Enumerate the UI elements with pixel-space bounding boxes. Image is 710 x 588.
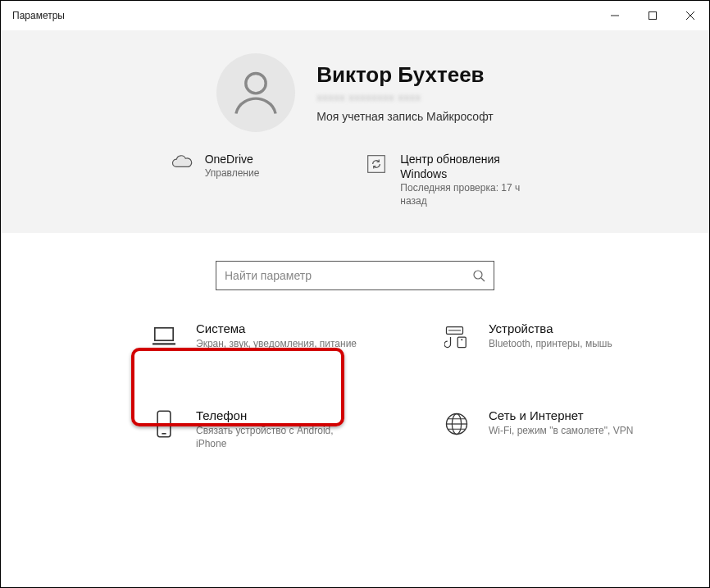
close-icon bbox=[686, 11, 694, 20]
categories: Система Экран, звук, уведомления, питани… bbox=[1, 305, 709, 458]
search-box[interactable] bbox=[216, 261, 494, 290]
maximize-icon bbox=[649, 11, 657, 20]
maximize-button[interactable] bbox=[634, 1, 671, 30]
category-system[interactable]: Система Экран, звук, уведомления, питани… bbox=[140, 313, 367, 359]
svg-rect-11 bbox=[457, 337, 466, 348]
laptop-icon bbox=[150, 323, 178, 351]
status-tiles: OneDrive Управление Центр обновления Win… bbox=[1, 152, 709, 208]
onedrive-title: OneDrive bbox=[205, 152, 260, 166]
search-icon bbox=[472, 269, 485, 282]
avatar bbox=[216, 53, 295, 132]
person-icon bbox=[228, 65, 284, 121]
svg-rect-5 bbox=[368, 156, 385, 173]
svg-point-4 bbox=[246, 73, 266, 93]
update-title: Центр обновления Windows bbox=[400, 152, 539, 181]
svg-point-12 bbox=[461, 339, 462, 340]
svg-rect-1 bbox=[649, 12, 657, 20]
category-network-desc: Wi-Fi, режим "в самолете", VPN bbox=[489, 424, 633, 437]
update-icon bbox=[366, 153, 389, 176]
titlebar: Параметры bbox=[1, 1, 709, 30]
category-network-title: Сеть и Интернет bbox=[489, 408, 633, 422]
user-text: Виктор Бухтеев xxxxx xxxxxxxx xxxx Моя у… bbox=[316, 62, 494, 123]
onedrive-tile[interactable]: OneDrive Управление bbox=[171, 152, 260, 208]
close-button[interactable] bbox=[671, 1, 709, 30]
category-devices-desc: Bluetooth, принтеры, мышь bbox=[489, 337, 612, 350]
devices-icon bbox=[443, 323, 471, 351]
category-devices[interactable]: Устройства Bluetooth, принтеры, мышь bbox=[433, 313, 660, 359]
category-network[interactable]: Сеть и Интернет Wi-Fi, режим "в самолете… bbox=[433, 400, 660, 458]
search-input[interactable] bbox=[225, 269, 472, 282]
category-devices-title: Устройства bbox=[489, 321, 612, 335]
svg-line-7 bbox=[481, 278, 485, 281]
svg-point-6 bbox=[474, 271, 482, 279]
minimize-icon bbox=[611, 11, 619, 20]
user-email: xxxxx xxxxxxxx xxxx bbox=[316, 91, 494, 103]
onedrive-sub: Управление bbox=[205, 167, 260, 180]
category-phone[interactable]: Телефон Связать устройство с Android, iP… bbox=[140, 400, 367, 458]
category-system-desc: Экран, звук, уведомления, питание bbox=[196, 337, 357, 350]
category-phone-desc: Связать устройство с Android, iPhone bbox=[196, 424, 357, 450]
user-block[interactable]: Виктор Бухтеев xxxxx xxxxxxxx xxxx Моя у… bbox=[1, 53, 709, 132]
user-account-link[interactable]: Моя учетная запись Майкрософт bbox=[316, 110, 494, 123]
cloud-icon bbox=[171, 153, 193, 176]
svg-rect-8 bbox=[155, 327, 173, 340]
user-name: Виктор Бухтеев bbox=[316, 62, 494, 88]
search-container bbox=[1, 233, 709, 305]
header-panel: Виктор Бухтеев xxxxx xxxxxxxx xxxx Моя у… bbox=[1, 30, 709, 233]
category-phone-title: Телефон bbox=[196, 408, 357, 422]
window-controls bbox=[596, 1, 709, 30]
category-system-title: Система bbox=[196, 321, 357, 335]
window-title: Параметры bbox=[12, 10, 65, 21]
update-sub: Последняя проверка: 17 ч назад bbox=[400, 182, 539, 207]
phone-icon bbox=[150, 410, 178, 438]
windows-update-tile[interactable]: Центр обновления Windows Последняя прове… bbox=[366, 152, 539, 208]
minimize-button[interactable] bbox=[596, 1, 634, 30]
globe-icon bbox=[443, 410, 471, 438]
